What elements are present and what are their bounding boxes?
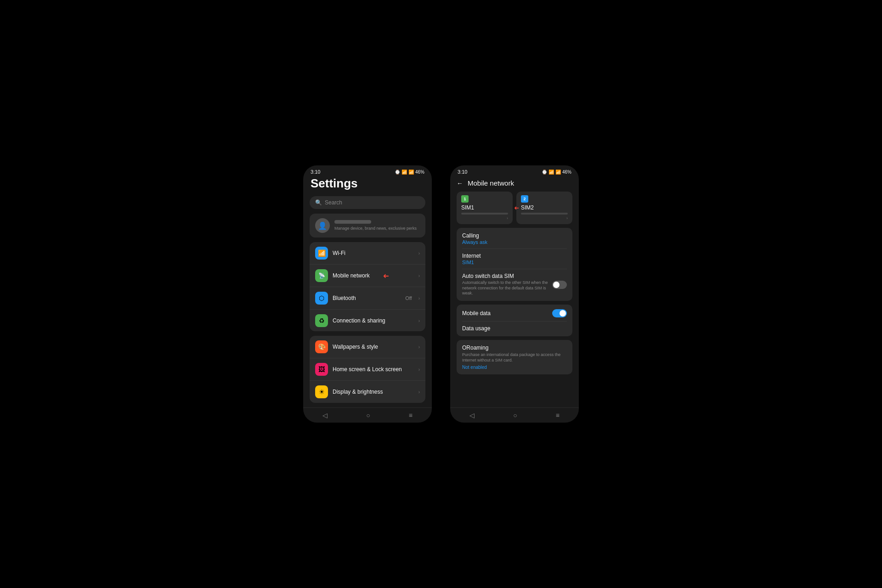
nav-back-left[interactable]: ◁ [322, 412, 328, 419]
nav-bar-left: ◁ ○ ≡ [303, 407, 432, 423]
nav-home-left[interactable]: ○ [366, 412, 370, 419]
divider-3 [462, 321, 567, 322]
profile-text: Manage device, brand news, exclusive per… [334, 220, 420, 232]
mobile-icon: 📡 [315, 269, 328, 282]
data-usage-label: Data usage [462, 325, 567, 332]
sim2-label: SIM2 [521, 204, 568, 211]
settings-title: Settings [310, 176, 425, 191]
auto-switch-text: Auto switch data SIM Automatically switc… [462, 273, 552, 296]
settings-item-sharing[interactable]: ♻ Connection & sharing › [310, 310, 425, 331]
settings-phone: 3:10 ⌚ 📶 📶 46% Settings 🔍 Search 👤 Manag… [303, 165, 432, 423]
wifi-icon: 📶 [315, 247, 328, 260]
nav-bar-right: ◁ ○ ≡ [450, 407, 579, 423]
settings-item-wallpaper[interactable]: 🎨 Wallpapers & style › [310, 336, 425, 358]
sharing-label: Connection & sharing [333, 317, 414, 324]
status-bar-left: 3:10 ⌚ 📶 📶 46% [303, 165, 432, 176]
avatar: 👤 [315, 218, 330, 233]
oroaming-label: ORoaming [462, 345, 567, 351]
calling-row[interactable]: Calling Always ask [462, 232, 567, 245]
settings-item-mobile[interactable]: 📡 Mobile network ➜ › [310, 265, 425, 287]
bluetooth-chevron: › [418, 296, 420, 301]
settings-group-network: 📶 Wi-Fi › 📡 Mobile network ➜ › ⬡ Bluetoo… [310, 242, 425, 331]
time-right: 3:10 [458, 169, 467, 175]
display-label: Display & brightness [333, 389, 414, 395]
wifi-label: Wi-Fi [333, 250, 407, 256]
sim1-badge: 1 [461, 195, 469, 203]
mobile-network-phone: 3:10 ⌚ 📶 📶 46% ← Mobile network 1 SIM1 ›… [450, 165, 579, 423]
wifi-icon-status: 📶 [401, 170, 407, 175]
search-placeholder: Search [325, 199, 342, 206]
sim-row: 1 SIM1 › ➜ 2 SIM2 › [457, 192, 572, 224]
sim1-label: SIM1 [461, 204, 508, 211]
sim2-bar [521, 213, 568, 215]
time-left: 3:10 [311, 169, 320, 175]
search-icon: 🔍 [315, 199, 322, 206]
status-icons-left: ⌚ 📶 📶 46% [395, 170, 424, 175]
mobile-red-arrow: ➜ [383, 271, 389, 280]
mobile-data-label: Mobile data [462, 310, 491, 317]
wallpaper-label: Wallpapers & style [333, 344, 414, 350]
settings-item-wifi[interactable]: 📶 Wi-Fi › [310, 242, 425, 265]
bluetooth-icon: ⬡ [315, 292, 328, 305]
internet-row[interactable]: Internet SIM1 [462, 253, 567, 265]
status-bar-right: 3:10 ⌚ 📶 📶 46% [450, 165, 579, 176]
wifi-icon-right: 📶 [548, 170, 554, 175]
display-icon: ☀ [315, 385, 328, 398]
mobile-network-content: 1 SIM1 › ➜ 2 SIM2 › Calling Always ask [450, 192, 579, 407]
settings-group-appearance: 🎨 Wallpapers & style › 🖼 Home screen & L… [310, 336, 425, 403]
oroaming-status: Not enabled [462, 365, 567, 370]
signal-icon-right: 📶 [555, 170, 561, 175]
settings-item-display[interactable]: ☀ Display & brightness › [310, 381, 425, 403]
sim1-red-arrow: ➜ [514, 204, 519, 211]
homescreen-icon: 🖼 [315, 363, 328, 376]
mobile-data-section: Mobile data Data usage [457, 305, 572, 336]
divider-1 [462, 249, 567, 249]
sim1-card[interactable]: 1 SIM1 › ➜ [457, 192, 513, 224]
profile-sub: Manage device, brand news, exclusive per… [334, 226, 420, 232]
homescreen-chevron: › [418, 367, 420, 372]
homescreen-label: Home screen & Lock screen [333, 366, 414, 373]
profile-card[interactable]: 👤 Manage device, brand news, exclusive p… [310, 214, 425, 237]
back-button[interactable]: ← [457, 180, 463, 187]
nav-menu-right[interactable]: ≡ [556, 412, 560, 419]
calling-section: Calling Always ask Internet SIM1 Auto sw… [457, 228, 572, 301]
auto-switch-row: Auto switch data SIM Automatically switc… [462, 273, 567, 296]
mobile-network-title: Mobile network [468, 179, 514, 187]
settings-item-homescreen[interactable]: 🖼 Home screen & Lock screen › [310, 358, 425, 381]
profile-name-bar [334, 220, 371, 224]
wallpaper-chevron: › [418, 345, 420, 350]
sim2-arrow: › [521, 216, 568, 220]
mobile-data-toggle[interactable] [552, 309, 567, 317]
auto-switch-toggle[interactable] [552, 281, 567, 289]
nav-back-right[interactable]: ◁ [469, 412, 475, 419]
wallpaper-icon: 🎨 [315, 340, 328, 353]
mobile-network-header: ← Mobile network [450, 176, 579, 192]
watch-icon: ⌚ [395, 170, 400, 175]
wifi-chevron: › [418, 251, 420, 256]
search-bar[interactable]: 🔍 Search [310, 196, 425, 209]
display-chevron: › [418, 390, 420, 395]
status-icons-right: ⌚ 📶 📶 46% [542, 170, 571, 175]
nav-menu-left[interactable]: ≡ [409, 412, 413, 419]
oroaming-card[interactable]: ORoaming Purchase an international data … [457, 340, 572, 374]
auto-switch-knob [553, 282, 560, 288]
data-usage-row[interactable]: Data usage [462, 325, 567, 332]
watch-icon-right: ⌚ [542, 170, 547, 175]
nav-home-right[interactable]: ○ [513, 412, 517, 419]
mobile-data-knob [560, 310, 566, 317]
sharing-icon: ♻ [315, 314, 328, 327]
calling-label: Calling [462, 232, 567, 239]
bluetooth-value: Off [405, 295, 412, 301]
settings-item-bluetooth[interactable]: ⬡ Bluetooth Off › [310, 287, 425, 310]
mobile-label: Mobile network [333, 272, 414, 279]
battery-right: 46% [562, 170, 571, 175]
auto-switch-label: Auto switch data SIM [462, 273, 552, 279]
bluetooth-label: Bluetooth [333, 295, 401, 301]
oroaming-sub: Purchase an international data package t… [462, 352, 567, 363]
sim1-arrow: › [461, 216, 508, 220]
internet-label: Internet [462, 253, 567, 259]
sim2-card[interactable]: 2 SIM2 › [516, 192, 572, 224]
auto-switch-sub: Automatically switch to the other SIM wh… [462, 280, 552, 296]
mobile-data-row: Mobile data [462, 309, 567, 317]
sim1-bar [461, 213, 508, 215]
